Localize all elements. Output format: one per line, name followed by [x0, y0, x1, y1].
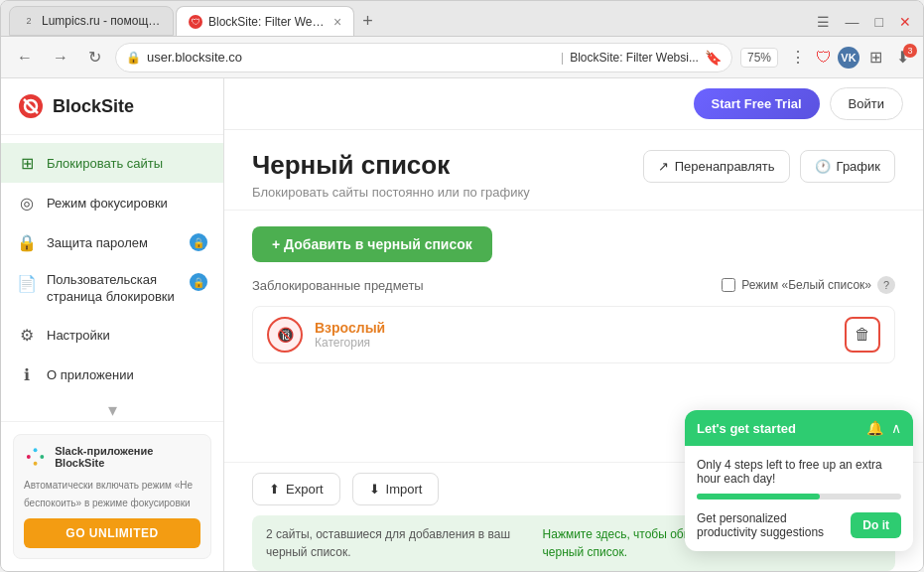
forward-button[interactable]: → [47, 45, 74, 71]
export-label: Export [286, 482, 324, 497]
url-text: user.blocksite.co [147, 50, 555, 65]
sidebar-item-label: Блокировать сайты [47, 156, 163, 171]
blocked-item-info: Взрослый Категория [315, 320, 833, 350]
maximize-icon[interactable]: □ [871, 12, 887, 32]
redirect-label: Перенаправлять [675, 159, 775, 174]
header-left: Черный список Блокировать сайты постоянн… [252, 150, 643, 200]
whitelist-checkbox[interactable] [722, 278, 735, 292]
sidebar-item-settings[interactable]: ⚙ Настройки [1, 316, 223, 356]
svg-rect-4 [34, 448, 38, 452]
widget-header-icons: 🔔 ∧ [866, 420, 901, 436]
address-input[interactable]: 🔒 user.blocksite.co | BlockSite: Filter … [115, 43, 732, 72]
clock-icon: 🕐 [815, 159, 831, 174]
progress-fill [697, 494, 820, 500]
redirect-button[interactable]: ↗ Перенаправлять [643, 150, 790, 183]
blocked-header: Заблокированные предметы Режим «Белый сп… [252, 276, 895, 294]
zoom-badge[interactable]: 75% [740, 48, 778, 68]
blocksite-logo-icon [17, 92, 45, 120]
focus-mode-icon: ◎ [17, 193, 37, 213]
tab-bar: 2 Lumpics.ru - помощь с ко... 🛡 BlockSit… [1, 1, 923, 37]
vk-icon[interactable]: VK [838, 47, 859, 69]
close-window-icon[interactable]: ✕ [895, 12, 915, 32]
main-area: BlockSite ⊞ Блокировать сайты ◎ Режим фо… [1, 78, 923, 571]
slack-description: Автоматически включать режим «Не беспоко… [24, 480, 193, 508]
sidebar-logo: BlockSite [1, 78, 223, 135]
login-button[interactable]: Войти [830, 87, 903, 120]
schedule-button[interactable]: 🕐 График [800, 150, 895, 183]
sidebar-bottom: Slack-приложение BlockSite Автоматически… [1, 421, 223, 571]
slack-logo-icon [24, 445, 47, 469]
go-unlimited-button[interactable]: GO UNLIMITED [24, 518, 200, 548]
logo-text: BlockSite [53, 96, 134, 117]
new-tab-button[interactable]: + [356, 11, 379, 32]
progress-bar [697, 494, 901, 500]
content-area: Start Free Trial Войти Черный список Бло… [224, 78, 923, 571]
info-banner-text: 2 сайты, оставшиеся для добавления в ваш… [266, 525, 531, 561]
export-button[interactable]: ⬆ Export [252, 473, 340, 505]
delete-blocked-item-button[interactable]: 🗑 [845, 317, 880, 353]
toolbar-icons: ⋮ 🛡 VK ⊞ ⬇ 3 [786, 46, 913, 69]
sidebar-item-focus-mode[interactable]: ◎ Режим фокусировки [1, 183, 223, 222]
header-right: ↗ Перенаправлять 🕐 График [643, 150, 895, 183]
shield-icon[interactable]: 🛡 [816, 49, 832, 67]
sidebar: BlockSite ⊞ Блокировать сайты ◎ Режим фо… [1, 78, 224, 571]
svg-rect-5 [40, 455, 44, 459]
custom-page-icon: 📄 [17, 273, 37, 293]
widget-steps-text: Only 4 steps left to free up an extra ho… [697, 458, 901, 486]
bookmark-icon[interactable]: 🔖 [705, 50, 722, 66]
sidebar-item-password[interactable]: 🔒 Защита паролем 🔒 [1, 222, 223, 262]
widget-body: Only 4 steps left to free up an extra ho… [685, 446, 913, 551]
start-free-trial-button[interactable]: Start Free Trial [694, 88, 820, 119]
more-options-icon[interactable]: ⋮ [786, 46, 810, 69]
minimize-icon[interactable]: — [842, 12, 863, 32]
blocked-item: 🔞 Взрослый Категория 🗑 [252, 306, 895, 363]
bookmark-manager-icon[interactable]: ☰ [813, 12, 834, 32]
import-button[interactable]: ⬇ Import [352, 473, 440, 505]
page-title-in-bar: BlockSite: Filter Websi... [570, 51, 699, 65]
sidebar-item-label: Пользовательская страница блокировки [47, 272, 180, 306]
download-badge-count: 3 [903, 44, 917, 58]
settings-icon: ⚙ [17, 326, 37, 346]
tab-2[interactable]: 🛡 BlockSite: Filter Website... × [176, 6, 354, 36]
ssl-lock-icon: 🔒 [126, 51, 141, 65]
sidebar-item-custom-page[interactable]: 📄 Пользовательская страница блокировки 🔒 [1, 262, 223, 316]
password-lock-badge: 🔒 [190, 233, 207, 251]
extensions-icon[interactable]: ⊞ [865, 46, 886, 69]
sidebar-item-about[interactable]: ℹ О приложении [1, 356, 223, 395]
sidebar-item-label: О приложении [47, 367, 134, 382]
trash-icon: 🗑 [855, 326, 870, 344]
sidebar-item-label: Режим фокусировки [47, 196, 168, 211]
slack-title: Slack-приложение BlockSite [55, 445, 200, 469]
refresh-button[interactable]: ↻ [82, 44, 107, 71]
page-subtitle: Блокировать сайты постоянно или по графи… [252, 185, 643, 200]
svg-rect-6 [34, 462, 38, 466]
tab1-title: Lumpics.ru - помощь с ко... [42, 14, 161, 28]
download-button[interactable]: ⬇ 3 [892, 48, 913, 67]
import-icon: ⬇ [369, 482, 380, 497]
page-title: Черный список [252, 150, 643, 181]
do-it-button[interactable]: Do it [851, 512, 901, 538]
tab2-close-icon[interactable]: × [333, 14, 341, 30]
widget-header: Let's get started 🔔 ∧ [685, 410, 913, 446]
widget-title: Let's get started [697, 421, 796, 436]
back-button[interactable]: ← [11, 45, 39, 71]
lets-get-started-widget: Let's get started 🔔 ∧ Only 4 steps left … [685, 410, 913, 551]
sidebar-item-block-sites[interactable]: ⊞ Блокировать сайты [1, 143, 223, 183]
app-header: Start Free Trial Войти [224, 78, 923, 130]
tab-1[interactable]: 2 Lumpics.ru - помощь с ко... [9, 6, 174, 36]
help-icon[interactable]: ? [877, 276, 895, 294]
slack-header: Slack-приложение BlockSite [24, 445, 200, 469]
widget-chevron-icon[interactable]: ∧ [891, 420, 901, 436]
sidebar-item-label: Настройки [47, 328, 110, 343]
block-sites-icon: ⊞ [17, 153, 37, 173]
slack-card: Slack-приложение BlockSite Автоматически… [13, 434, 211, 559]
scroll-indicator: ▾ [1, 395, 223, 421]
add-to-blacklist-button[interactable]: + Добавить в черный список [252, 226, 492, 262]
sidebar-nav: ⊞ Блокировать сайты ◎ Режим фокусировки … [1, 135, 223, 421]
tab2-favicon: 🛡 [192, 17, 200, 27]
widget-suggestion-row: Get personalized productivity suggestion… [697, 511, 901, 539]
sidebar-item-label: Защита паролем [47, 235, 148, 250]
svg-rect-3 [27, 455, 31, 459]
page-header: Черный список Блокировать сайты постоянн… [224, 130, 923, 211]
widget-bell-icon[interactable]: 🔔 [866, 420, 883, 436]
